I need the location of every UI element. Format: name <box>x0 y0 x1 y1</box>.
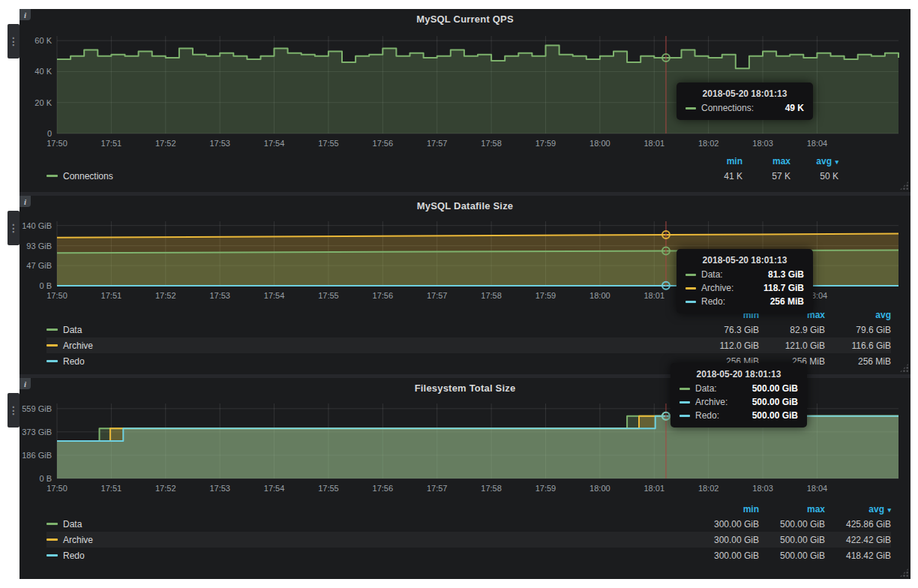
y-axis-label: 0 B <box>39 281 52 290</box>
panel-info-icon[interactable]: i <box>20 196 31 207</box>
y-axis-label: 0 B <box>39 474 52 483</box>
series-color-dash-icon <box>46 523 58 525</box>
tooltip-series-label: Redo: <box>695 410 719 421</box>
y-axis-label: 60 K <box>34 36 52 45</box>
legend-series-label: Data <box>63 519 82 530</box>
tooltip-series-value: 256 MiB <box>755 296 804 307</box>
x-axis-label: 17:50 <box>46 139 68 148</box>
tooltip-series-label: Archive: <box>701 283 734 293</box>
y-axis-label: 93 GiB <box>26 242 52 250</box>
legend-sort-avg[interactable]: avg <box>825 310 891 320</box>
legend-stat-avg: 418.42 GiB <box>825 550 891 561</box>
chart-legend: minmaxavg ▾Connections41 K57 K50 K <box>20 154 910 184</box>
x-axis-label: 17:56 <box>373 291 394 300</box>
x-axis-label: 18:00 <box>590 139 610 148</box>
x-axis-label: 17:58 <box>481 291 502 300</box>
x-axis-label: 17:59 <box>536 139 556 148</box>
y-axis-label: 373 GiB <box>22 428 52 436</box>
legend-stat-min: 76.3 GiB <box>693 325 759 335</box>
x-axis-label: 17:55 <box>318 484 339 493</box>
series-color-dash-icon <box>680 415 690 417</box>
panel-resize-handle[interactable] <box>899 568 909 578</box>
graph-hover-tooltip: 2018-05-20 18:01:13Data:500.00 GiBArchiv… <box>670 363 807 428</box>
tooltip-series-label: Archive: <box>695 397 728 407</box>
tooltip-series-label: Data: <box>701 269 723 280</box>
legend-series-label: Archive <box>63 340 93 351</box>
y-axis-label: 20 K <box>34 98 52 107</box>
x-axis-label: 17:50 <box>46 484 68 493</box>
legend-sort-min[interactable]: min <box>693 504 759 514</box>
chart-legend: minmaxavgData76.3 GiB82.9 GiB79.6 GiBArc… <box>20 308 910 369</box>
x-axis-label: 17:53 <box>209 291 230 300</box>
panel-header[interactable]: MySQL Current QPS <box>20 9 910 28</box>
x-axis-label: 17:53 <box>209 484 230 493</box>
legend-series-toggle-archive[interactable]: Archive <box>46 340 693 351</box>
row-drag-handle[interactable]: ⋮ <box>8 211 20 245</box>
x-axis-label: 18:01 <box>644 291 664 300</box>
series-color-dash-icon <box>686 107 696 110</box>
legend-stat-max: 82.9 GiB <box>759 325 825 335</box>
legend-series-toggle-data[interactable]: Data <box>46 519 693 530</box>
graph-hover-tooltip: 2018-05-20 18:01:13Data:81.3 GiBArchive:… <box>676 249 813 314</box>
x-axis-label: 17:58 <box>481 139 502 148</box>
x-axis-label: 17:57 <box>427 139 448 148</box>
panel-header[interactable]: MySQL Datafile Size <box>20 196 910 215</box>
y-axis-label: 0 <box>47 129 52 138</box>
x-axis-label: 18:00 <box>590 484 610 493</box>
panel-info-icon[interactable]: i <box>20 9 31 20</box>
x-axis-label: 18:02 <box>698 139 719 148</box>
legend-header-row: minmaxavg ▾ <box>46 502 891 516</box>
legend-stat-avg: 50 K <box>790 171 838 182</box>
x-axis-label: 17:51 <box>101 484 122 493</box>
legend-stat-min: 300.00 GiB <box>693 519 759 530</box>
legend-stat-max: 121.0 GiB <box>759 340 825 351</box>
legend-sort-max[interactable]: max <box>742 156 790 166</box>
legend-series-toggle-data[interactable]: Data <box>46 325 693 335</box>
series-color-dash-icon <box>680 388 690 390</box>
x-axis-label: 17:51 <box>101 139 122 148</box>
x-axis-label: 17:56 <box>373 484 394 493</box>
legend-sort-min[interactable]: min <box>694 156 742 166</box>
x-axis-label: 17:54 <box>264 291 285 300</box>
legend-series-toggle-redo[interactable]: Redo <box>46 550 693 561</box>
legend-stat-avg: 79.6 GiB <box>825 325 891 335</box>
panel-info-icon[interactable]: i <box>20 378 31 389</box>
x-axis-label: 18:01 <box>644 139 664 148</box>
x-axis-label: 17:54 <box>264 484 285 493</box>
tooltip-series-row: Redo:256 MiB <box>686 296 804 307</box>
legend-series-toggle-archive[interactable]: Archive <box>46 535 693 545</box>
legend-sort-max[interactable]: max <box>759 504 825 514</box>
panel-title[interactable]: MySQL Datafile Size <box>417 200 514 212</box>
graph-hover-tooltip: 2018-05-20 18:01:13Connections:49 K <box>676 82 813 120</box>
legend-series-label: Redo <box>63 550 85 561</box>
tooltip-series-value: 500.00 GiB <box>737 410 798 421</box>
x-axis-label: 18:01 <box>644 484 664 493</box>
x-axis-label: 17:55 <box>318 139 339 148</box>
chart-legend: minmaxavg ▾Data300.00 GiB500.00 GiB425.8… <box>20 502 910 563</box>
tooltip-timestamp: 2018-05-20 18:01:13 <box>686 255 804 266</box>
legend-stat-max: 500.00 GiB <box>759 535 825 545</box>
row-drag-handle[interactable]: ⋮ <box>8 393 20 428</box>
tooltip-series-value: 500.00 GiB <box>737 397 798 407</box>
tooltip-series-row: Connections:49 K <box>686 103 804 113</box>
x-axis-label: 17:55 <box>318 291 339 300</box>
legend-sort-avg[interactable]: avg ▾ <box>790 156 838 166</box>
sort-caret-icon: ▾ <box>833 158 838 166</box>
tooltip-series-value: 118.7 GiB <box>748 283 804 293</box>
legend-sort-avg[interactable]: avg ▾ <box>825 504 891 514</box>
legend-stat-max: 57 K <box>742 171 790 182</box>
row-drag-handle[interactable]: ⋮ <box>8 24 20 58</box>
tooltip-series-row: Archive:118.7 GiB <box>686 283 804 293</box>
y-axis-label: 40 K <box>34 67 52 76</box>
tooltip-series-label: Data: <box>695 383 717 394</box>
legend-series-toggle-connections[interactable]: Connections <box>46 171 694 182</box>
x-axis-label: 17:57 <box>427 291 448 300</box>
legend-series-toggle-redo[interactable]: Redo <box>46 356 693 367</box>
panel-title[interactable]: Filesystem Total Size <box>415 382 516 394</box>
x-axis-label: 17:50 <box>46 291 68 300</box>
legend-stat-avg: 116.6 GiB <box>825 340 891 351</box>
panel-title[interactable]: MySQL Current QPS <box>416 14 514 25</box>
series-color-dash-icon <box>46 538 58 541</box>
x-axis-label: 17:53 <box>209 139 230 148</box>
x-axis-label: 17:51 <box>101 291 122 300</box>
